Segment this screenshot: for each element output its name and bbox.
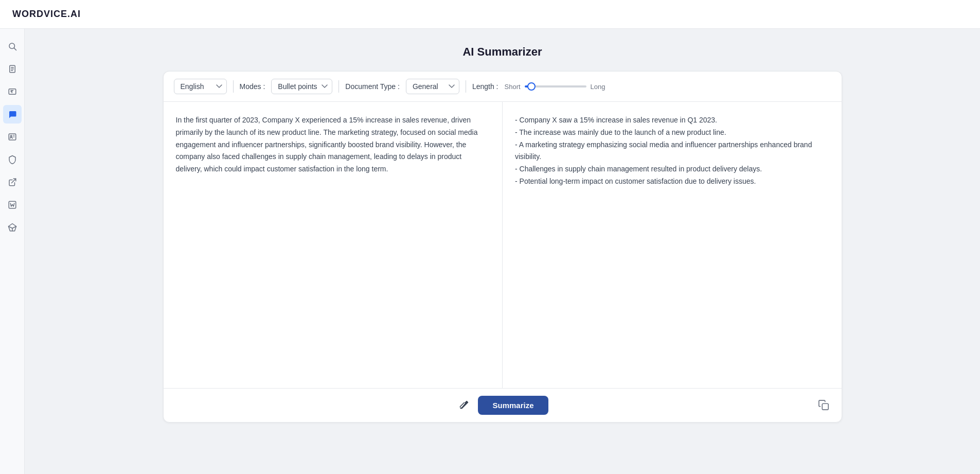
output-line-5: - Potential long-term impact on customer… (515, 175, 829, 188)
length-label: Length : (472, 82, 498, 91)
input-pane: In the first quarter of 2023, Company X … (164, 102, 503, 388)
output-text: - Company X saw a 15% increase in sales … (515, 114, 829, 188)
svg-rect-7 (9, 134, 16, 140)
brand-logo: WORDVICE.AI (12, 9, 81, 20)
separator-1 (233, 80, 234, 93)
sidebar-item-search[interactable] (3, 37, 22, 56)
output-line-1: - Company X saw a 15% increase in sales … (515, 114, 829, 127)
footer-bar: Summarize (164, 388, 842, 422)
sidebar-item-profile[interactable] (3, 128, 22, 146)
svg-point-8 (10, 135, 12, 137)
eraser-button[interactable] (456, 397, 472, 413)
sidebar-item-gem[interactable] (3, 218, 22, 237)
main-card: English Korean Japanese Chinese Spanish … (163, 71, 842, 423)
sidebar-item-shield[interactable] (3, 150, 22, 169)
toolbar: English Korean Japanese Chinese Spanish … (164, 72, 842, 102)
length-short-label: Short (505, 83, 521, 91)
sidebar (0, 29, 25, 474)
content-area: AI Summarizer English Korean Japanese Ch… (25, 29, 980, 474)
main-layout: AI Summarizer English Korean Japanese Ch… (0, 29, 980, 474)
input-textarea[interactable]: In the first quarter of 2023, Company X … (176, 114, 490, 376)
svg-line-1 (14, 48, 16, 50)
svg-rect-13 (822, 404, 828, 410)
sidebar-item-export[interactable] (3, 173, 22, 191)
output-line-3: - A marketing strategy emphasizing socia… (515, 139, 829, 164)
sidebar-item-translate[interactable] (3, 82, 22, 101)
output-line-2: - The increase was mainly due to the lau… (515, 127, 829, 139)
length-control: Short Long (505, 83, 605, 91)
page-title: AI Summarizer (462, 45, 542, 59)
doc-type-select[interactable]: General Academic Business Legal Medical (406, 79, 459, 94)
modes-label: Modes : (240, 82, 265, 91)
footer-actions: Summarize (456, 396, 548, 415)
editor-area: In the first quarter of 2023, Company X … (164, 102, 842, 388)
sidebar-item-chat[interactable] (3, 105, 22, 124)
modes-select[interactable]: Bullet points Paragraph Keywords (271, 79, 332, 94)
length-slider[interactable] (525, 85, 586, 87)
separator-3 (466, 80, 466, 93)
sidebar-item-word[interactable] (3, 196, 22, 214)
output-pane: - Company X saw a 15% increase in sales … (503, 102, 842, 388)
separator-2 (338, 80, 339, 93)
summarize-button[interactable]: Summarize (478, 396, 548, 415)
svg-line-9 (11, 179, 15, 183)
language-select[interactable]: English Korean Japanese Chinese Spanish … (174, 79, 227, 94)
length-long-label: Long (591, 83, 605, 91)
doc-type-label: Document Type : (345, 82, 400, 91)
output-line-4: - Challenges in supply chain management … (515, 163, 829, 175)
sidebar-item-document[interactable] (3, 60, 22, 78)
copy-button[interactable] (816, 397, 831, 413)
top-nav: WORDVICE.AI (0, 0, 980, 29)
